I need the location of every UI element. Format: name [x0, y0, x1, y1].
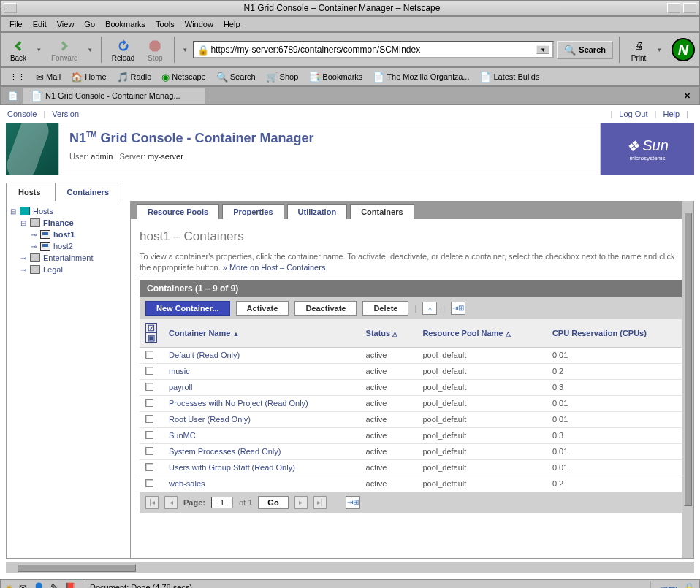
component-icon[interactable]: ✴	[5, 582, 13, 589]
row-checkbox[interactable]	[145, 447, 153, 455]
row-checkbox[interactable]	[145, 351, 153, 359]
help-link[interactable]: Help	[663, 110, 680, 118]
menu-view[interactable]: View	[53, 18, 79, 30]
expand-icon[interactable]: ⊸	[30, 231, 37, 239]
print-button[interactable]: 🖨 Print	[625, 37, 652, 64]
row-checkbox[interactable]	[145, 415, 153, 423]
user-icon[interactable]: 👤	[33, 582, 45, 589]
subtab-utilization[interactable]: Utilization	[287, 204, 348, 219]
url-history-arrow[interactable]: ▾	[180, 46, 190, 53]
col-pool[interactable]: Resource Pool Name △	[416, 319, 546, 348]
url-input[interactable]	[209, 44, 536, 56]
col-name[interactable]: Container Name ▲	[163, 319, 360, 348]
print-menu-arrow[interactable]: ▾	[655, 46, 664, 53]
tree-item-host1[interactable]: ⊸ host1	[9, 229, 127, 240]
netscape-link[interactable]: ◉Netscape	[157, 70, 210, 84]
row-checkbox[interactable]	[145, 367, 153, 375]
browser-tab[interactable]: 📄 N1 Grid Console - Container Manag...	[23, 88, 205, 104]
expand-icon[interactable]: ⊟	[20, 219, 27, 227]
select-all-header[interactable]: ☑ ▣	[140, 319, 163, 348]
edit-icon[interactable]: ✎	[50, 582, 58, 589]
mozilla-link[interactable]: 📄The Mozilla Organiza...	[368, 70, 473, 84]
col-cpu[interactable]: CPU Reservation (CPUs)	[547, 319, 685, 348]
reload-button[interactable]: Reload	[107, 37, 140, 64]
activate-button[interactable]: Activate	[236, 301, 289, 316]
new-tab-icon[interactable]: 📄	[4, 91, 23, 101]
new-container-button[interactable]: New Container...	[145, 301, 230, 316]
toolbar-grip[interactable]: ⋮⋮	[5, 71, 30, 83]
tree-item-legal[interactable]: ⊸ Legal	[9, 264, 127, 275]
menu-bookmarks[interactable]: Bookmarks	[101, 18, 150, 30]
scroll-up-icon[interactable]: ▵	[422, 302, 437, 315]
mail-status-icon[interactable]: ✉	[19, 582, 27, 589]
search-button[interactable]: 🔍 Search	[557, 41, 613, 59]
subtab-containers[interactable]: Containers	[350, 204, 414, 219]
subtab-resource-pools[interactable]: Resource Pools	[137, 204, 219, 219]
row-checkbox[interactable]	[145, 431, 153, 439]
console-link[interactable]: Console	[7, 110, 37, 118]
row-checkbox[interactable]	[145, 479, 153, 487]
deactivate-button[interactable]: Deactivate	[294, 301, 357, 316]
shop-link[interactable]: 🛒Shop	[262, 70, 303, 84]
tab-containers[interactable]: Containers	[55, 183, 121, 201]
subtab-properties[interactable]: Properties	[222, 204, 284, 219]
menu-window[interactable]: Window	[180, 18, 218, 30]
online-icon[interactable]: ⊸⊷	[660, 582, 677, 589]
page-prev-button[interactable]: ◂	[164, 496, 178, 509]
page-last-button[interactable]: ▸|	[313, 496, 327, 509]
back-menu-arrow[interactable]: ▾	[34, 46, 44, 53]
col-status[interactable]: Status △	[360, 319, 417, 348]
page-go-button[interactable]: Go	[258, 496, 288, 509]
page-first-button[interactable]: |◂	[145, 496, 159, 509]
menu-file[interactable]: File	[5, 18, 27, 30]
forward-menu-arrow[interactable]: ▾	[85, 46, 95, 53]
container-name-link[interactable]: Processes with No Project (Read Only)	[163, 395, 360, 411]
horizontal-scrollbar[interactable]	[6, 562, 694, 573]
tree-item-host2[interactable]: ⊸ host2	[9, 240, 127, 252]
vertical-scrollbar[interactable]	[682, 201, 693, 558]
container-name-link[interactable]: payroll	[163, 379, 360, 395]
tree-item-entertainment[interactable]: ⊸ Entertainment	[9, 252, 127, 264]
expand-icon[interactable]: ⊟	[9, 207, 17, 215]
latest-builds-link[interactable]: 📄Latest Builds	[475, 70, 544, 84]
bookmarks-link[interactable]: 📑Bookmarks	[304, 70, 367, 84]
menu-go[interactable]: Go	[80, 18, 99, 30]
window-menu-icon[interactable]: –	[4, 3, 17, 13]
logout-link[interactable]: Log Out	[619, 110, 647, 118]
menu-help[interactable]: Help	[219, 18, 245, 30]
row-checkbox[interactable]	[145, 383, 153, 391]
back-button[interactable]: Back	[5, 37, 31, 64]
paginate-icon[interactable]: ⇥⊞	[451, 302, 465, 315]
container-name-link[interactable]: Users with Group Staff (Read Only)	[163, 459, 360, 476]
container-name-link[interactable]: SunMC	[163, 427, 360, 443]
expand-icon[interactable]: ⊸	[20, 266, 27, 274]
url-dropdown-arrow[interactable]: ▾	[536, 45, 549, 54]
container-name-link[interactable]: web-sales	[163, 476, 360, 492]
tree-item-finance[interactable]: ⊟ Finance	[9, 217, 127, 229]
more-link[interactable]: » More on Host – Containers	[223, 263, 326, 272]
delete-button[interactable]: Delete	[362, 301, 408, 316]
url-bar[interactable]: 🔒 ▾	[193, 41, 554, 58]
version-link[interactable]: Version	[52, 110, 79, 118]
paginate-icon[interactable]: ⇥⊞	[346, 496, 360, 509]
row-checkbox[interactable]	[145, 399, 153, 407]
container-name-link[interactable]: music	[163, 363, 360, 379]
expand-icon[interactable]: ⊸	[30, 243, 37, 251]
mail-link[interactable]: ✉Mail	[31, 70, 65, 84]
menu-edit[interactable]: Edit	[28, 18, 51, 30]
page-next-button[interactable]: ▸	[294, 496, 308, 509]
close-tab-button[interactable]: ✕	[678, 91, 696, 101]
home-link[interactable]: 🏠Home	[66, 70, 110, 84]
container-name-link[interactable]: Default (Read Only)	[163, 347, 360, 363]
container-name-link[interactable]: System Processes (Read Only)	[163, 443, 360, 459]
radio-link[interactable]: 🎵Radio	[113, 70, 156, 84]
book-icon[interactable]: 📕	[64, 582, 76, 589]
row-checkbox[interactable]	[145, 463, 153, 471]
tree-root[interactable]: ⊟ Hosts	[9, 205, 127, 217]
window-max-icon[interactable]	[683, 3, 696, 13]
window-min-icon[interactable]	[667, 3, 680, 13]
tab-hosts[interactable]: Hosts	[6, 183, 53, 201]
search-link[interactable]: 🔍Search	[212, 70, 260, 84]
container-name-link[interactable]: Root User (Read Only)	[163, 411, 360, 427]
page-input[interactable]	[211, 497, 233, 508]
